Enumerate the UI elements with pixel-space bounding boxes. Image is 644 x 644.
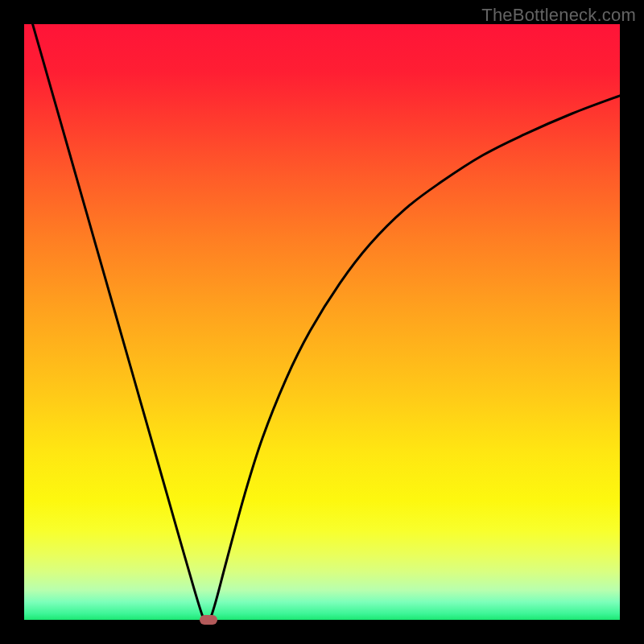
watermark-text: TheBottleneck.com xyxy=(481,5,636,26)
plot-area xyxy=(24,24,620,620)
optimal-point-marker xyxy=(200,615,217,625)
bottleneck-curve xyxy=(24,24,620,620)
chart-frame: TheBottleneck.com xyxy=(0,0,644,644)
